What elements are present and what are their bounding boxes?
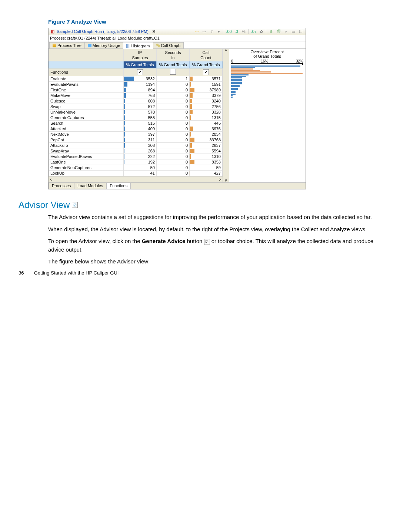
grand-sec[interactable]: % Grand Totals [157,61,190,68]
col-call[interactable]: Call Count [190,49,223,61]
table-row[interactable]: Quiesce60803240 [49,98,223,104]
col-functions[interactable]: Functions [49,68,124,76]
table-row[interactable]: Search5150445 [49,121,223,126]
memory-icon [88,44,91,47]
table-row[interactable]: PopCnt311033768 [49,137,223,143]
tab-memory-usage[interactable]: Memory Usage [84,42,124,48]
chk-ip[interactable]: ✔ [124,68,157,76]
main-tabs: Process Tree Memory Usage Histogram Call… [49,41,306,49]
close-icon[interactable]: ✕ [152,29,156,34]
grand-ip[interactable]: % Grand Totals [124,61,157,68]
col-sec[interactable]: Seconds in [157,49,190,61]
scroll-left-icon[interactable]: < [49,178,54,182]
para3: To open the Advisor view, click on the G… [48,237,381,254]
table-row[interactable]: GenerateNonCaptures50059 [49,165,223,171]
scroll-right-icon[interactable]: > [217,178,223,182]
table-row[interactable]: MakeMove76303379 [49,93,223,98]
page-number: 36 [19,270,33,276]
table-row[interactable]: Attacked40903976 [49,126,223,132]
overview-bar [231,85,240,86]
fn-name: Evaluate [49,76,124,82]
sec-cell: 0 [157,159,190,165]
scroll-down-icon[interactable]: v [223,178,229,182]
bottom-tabs: Processes Load Modules Functions [49,182,306,189]
histogram-icon [126,44,130,48]
maximize-icon[interactable]: ☐ [298,29,303,34]
tab-call-graph[interactable]: Call Graph [153,42,184,48]
minimize-icon[interactable]: ▭ [291,29,296,34]
settings-icon[interactable]: ✿ [259,29,264,34]
overview-bar [231,97,233,98]
h-scrollbar[interactable]: < > [49,176,223,182]
tab-process-tree[interactable]: Process Tree [49,42,85,48]
call-cell: 2034 [190,132,223,137]
overview-bar [231,79,242,80]
sec-cell: 1 [157,76,190,82]
overview-bars [231,65,303,98]
table-row[interactable]: LookUp410427 [49,171,223,176]
decrease-decimal-icon[interactable]: .0 [234,29,239,34]
ip-cell: 268 [124,148,157,154]
fn-name: EvaluatePassedPawns [49,154,124,159]
section-advisor-view: Advisor View ☑ [19,200,381,210]
table-row[interactable]: Evaluate353213571 [49,76,223,82]
call-cell: 8353 [190,159,223,165]
callgraph-icon [156,44,160,47]
overview-bar [231,88,238,89]
btab-loadmodules[interactable]: Load Modules [74,183,106,189]
sec-cell: 0 [157,98,190,104]
table-row[interactable]: NextMove39702034 [49,132,223,137]
generate-advice-label: Generate Advice [142,238,186,244]
overview-bar [231,77,242,78]
chk-sec[interactable] [157,68,190,76]
data-table-wrap: IP Samples Seconds in Call Count % Grand… [49,49,223,182]
btab-processes[interactable]: Processes [49,183,74,189]
table-row[interactable]: EvaluatePawns119401591 [49,82,223,87]
increase-decimal-icon[interactable]: .00 [226,29,231,34]
table-row[interactable]: SwapXray26805594 [49,148,223,154]
overview-bar [231,91,236,92]
overview-bar [231,80,242,81]
fn-name: Quiesce [49,98,124,104]
fn-name: LastOne [49,159,124,165]
export-icon[interactable]: 🗎 [269,29,274,34]
table-row[interactable]: LastOne19208353 [49,159,223,165]
process-info: Process: crafty.O1 (2244) Thread: all Lo… [49,35,306,41]
ip-cell: 570 [124,110,157,115]
hdr2-blank [49,61,124,68]
titlebar: ◧ Sampled Call Graph Run (fitzroy, 5/22/… [49,28,306,35]
format-icon[interactable]: .0↕ [251,29,256,34]
table-row[interactable]: Swap57202756 [49,104,223,110]
chk-call[interactable]: ✔ [190,68,223,76]
fn-name: AttacksTo [49,143,124,148]
up-icon[interactable]: ⇧ [209,29,214,34]
table-row[interactable]: GenerateCaptures55501315 [49,115,223,121]
overview-axis: 0 16% 32% [231,59,303,63]
forward-icon[interactable]: ⇨ [201,29,207,34]
tab-histogram[interactable]: Histogram [123,43,153,49]
overview-bar [231,92,236,93]
sec-cell: 0 [157,93,190,98]
fn-name: Swap [49,104,124,110]
col-ip[interactable]: IP Samples [124,49,157,61]
table-row[interactable]: FirstOne894037989 [49,87,223,93]
v-scrollbar[interactable]: ^ v [223,49,229,182]
call-cell: 33768 [190,137,223,143]
table-row[interactable]: AttacksTo30802837 [49,143,223,148]
page-footer: 36 Getting Started with the HP Caliper G… [19,270,119,276]
table-row[interactable]: UnMakeMove57003328 [49,110,223,115]
dropdown-icon[interactable]: ▾ [216,29,221,34]
btab-functions[interactable]: Functions [106,183,131,189]
menu-icon[interactable]: ▿ [283,29,289,34]
call-cell: 1591 [190,82,223,87]
scroll-up-icon[interactable]: ^ [223,49,229,53]
title-text: Sampled Call Graph Run (fitzroy, 5/22/06… [57,29,149,34]
table-row[interactable]: EvaluatePassedPawns22201310 [49,154,223,159]
call-cell: 59 [190,165,223,171]
report-icon[interactable]: 🗐 [276,29,281,34]
ip-cell: 515 [124,121,157,126]
sec-cell: 0 [157,165,190,171]
back-icon[interactable]: ⇦ [194,29,199,34]
grand-call[interactable]: % Grand Totals [190,61,223,68]
percent-icon[interactable]: % [241,29,246,34]
